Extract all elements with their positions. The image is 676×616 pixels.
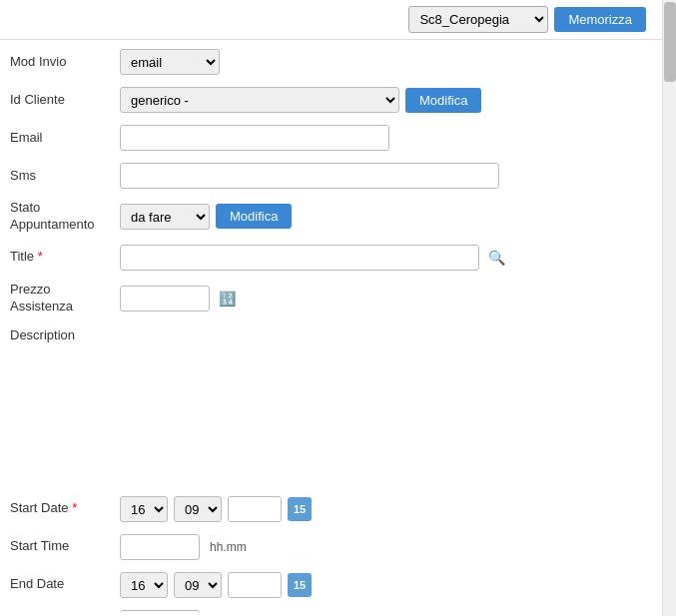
- start-date-month-select[interactable]: 09: [174, 496, 222, 522]
- id-cliente-modifica-button[interactable]: Modifica: [405, 88, 481, 113]
- title-search-icon[interactable]: 🔍: [485, 247, 507, 269]
- start-time-control: hh.mm: [120, 534, 646, 560]
- end-date-control: 16 09 2015 15: [120, 572, 646, 598]
- sms-label: Sms: [10, 168, 120, 185]
- stato-row: Stato Appuntamento da fare Modifica: [10, 200, 646, 234]
- prezzo-control: 0,00 🔢: [120, 286, 646, 311]
- top-bar: Sc8_Ceropegia Memorizza: [0, 0, 676, 40]
- stato-control: da fare Modifica: [120, 204, 646, 230]
- start-time-label: Start Time: [10, 538, 120, 555]
- email-input[interactable]: [120, 125, 389, 151]
- start-date-calendar-icon[interactable]: 15: [288, 497, 312, 521]
- title-control: 🔍: [120, 245, 646, 271]
- calculator-icon[interactable]: 🔢: [216, 288, 238, 309]
- scrollbar-thumb[interactable]: [664, 2, 676, 82]
- end-time-row: End Time hh.mm: [10, 609, 646, 612]
- title-label: Title *: [10, 249, 120, 266]
- mod-invio-control: email: [120, 49, 646, 75]
- description-label: Description: [10, 325, 120, 344]
- start-time-hint: hh.mm: [210, 540, 247, 554]
- sms-input[interactable]: [120, 163, 499, 189]
- start-date-label: Start Date *: [10, 500, 120, 517]
- memorizza-button[interactable]: Memorizza: [554, 7, 646, 32]
- mod-invio-select[interactable]: email: [120, 49, 220, 75]
- email-row: Email: [10, 124, 646, 152]
- id-cliente-label: Id Cliente: [10, 92, 120, 109]
- title-required-marker: *: [38, 249, 43, 264]
- end-time-input[interactable]: [120, 610, 200, 612]
- start-date-required-marker: *: [72, 500, 77, 515]
- title-row: Title * 🔍: [10, 244, 646, 272]
- sc8-ceropegia-dropdown[interactable]: Sc8_Ceropegia: [408, 6, 548, 33]
- title-input[interactable]: [120, 245, 479, 271]
- email-label: Email: [10, 130, 120, 147]
- sms-row: Sms: [10, 162, 646, 190]
- description-box: [120, 325, 646, 485]
- start-time-input[interactable]: [120, 534, 200, 560]
- prezzo-label: Prezzo Assistenza: [10, 282, 120, 315]
- end-date-year-input[interactable]: 2015: [228, 572, 282, 598]
- prezzo-input[interactable]: 0,00: [120, 286, 210, 311]
- description-row: Description: [10, 325, 646, 485]
- start-time-row: Start Time hh.mm: [10, 533, 646, 561]
- prezzo-row: Prezzo Assistenza 0,00 🔢: [10, 282, 646, 315]
- mod-invio-label: Mod Invio: [10, 54, 120, 71]
- end-date-row: End Date 16 09 2015 15: [10, 571, 646, 599]
- id-cliente-control: generico - Modifica: [120, 87, 646, 113]
- end-date-month-select[interactable]: 09: [174, 572, 222, 598]
- end-time-control: hh.mm: [120, 610, 646, 612]
- email-control: [120, 125, 646, 151]
- end-date-label: End Date: [10, 576, 120, 593]
- id-cliente-select[interactable]: generico -: [120, 87, 399, 113]
- stato-select[interactable]: da fare: [120, 204, 210, 230]
- sms-control: [120, 163, 646, 189]
- start-date-year-input[interactable]: 2015: [228, 496, 282, 522]
- mod-invio-row: Mod Invio email: [10, 48, 646, 76]
- stato-label: Stato Appuntamento: [10, 200, 120, 234]
- start-date-day-select[interactable]: 16: [120, 496, 168, 522]
- scrollbar[interactable]: [662, 0, 676, 616]
- form-area: Mod Invio email Id Cliente generico - Mo…: [0, 40, 676, 612]
- start-date-control: 16 09 2015 15: [120, 496, 646, 522]
- start-date-row: Start Date * 16 09 2015 15: [10, 495, 646, 523]
- id-cliente-row: Id Cliente generico - Modifica: [10, 86, 646, 114]
- end-date-day-select[interactable]: 16: [120, 572, 168, 598]
- end-date-calendar-icon[interactable]: 15: [288, 573, 312, 597]
- stato-modifica-button[interactable]: Modifica: [216, 204, 292, 229]
